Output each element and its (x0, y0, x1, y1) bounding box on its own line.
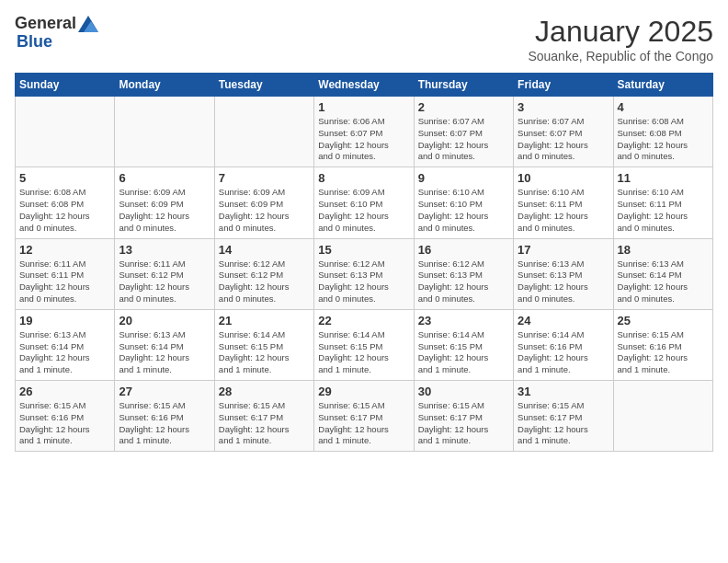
day-cell-6: 6Sunrise: 6:09 AMSunset: 6:09 PMDaylight… (115, 167, 214, 238)
day-cell-31: 31Sunrise: 6:15 AMSunset: 6:17 PMDayligh… (514, 381, 613, 452)
day-info: Sunrise: 6:09 AMSunset: 6:10 PMDaylight:… (318, 187, 409, 234)
day-info: Sunrise: 6:10 AMSunset: 6:11 PMDaylight:… (518, 187, 609, 234)
day-cell-18: 18Sunrise: 6:13 AMSunset: 6:14 PMDayligh… (613, 238, 712, 309)
day-cell-14: 14Sunrise: 6:12 AMSunset: 6:12 PMDayligh… (214, 238, 313, 309)
day-number: 23 (418, 314, 509, 327)
day-info: Sunrise: 6:09 AMSunset: 6:09 PMDaylight:… (219, 187, 310, 234)
day-info: Sunrise: 6:12 AMSunset: 6:12 PMDaylight:… (219, 259, 310, 305)
day-number: 2 (418, 100, 509, 114)
day-cell-20: 20Sunrise: 6:13 AMSunset: 6:14 PMDayligh… (115, 309, 214, 380)
weekday-header-monday: Monday (115, 74, 214, 97)
day-cell-19: 19Sunrise: 6:13 AMSunset: 6:14 PMDayligh… (16, 309, 115, 380)
day-info: Sunrise: 6:06 AMSunset: 6:07 PMDaylight:… (318, 116, 409, 163)
day-number: 7 (219, 171, 310, 185)
day-number: 28 (219, 385, 310, 398)
logo-general: General (15, 15, 76, 33)
weekday-header-row: SundayMondayTuesdayWednesdayThursdayFrid… (16, 74, 713, 97)
empty-cell (115, 97, 214, 167)
day-cell-4: 4Sunrise: 6:08 AMSunset: 6:08 PMDaylight… (613, 97, 712, 167)
week-row-2: 5Sunrise: 6:08 AMSunset: 6:08 PMDaylight… (16, 167, 713, 238)
day-info: Sunrise: 6:12 AMSunset: 6:13 PMDaylight:… (318, 259, 409, 305)
day-cell-13: 13Sunrise: 6:11 AMSunset: 6:12 PMDayligh… (115, 238, 214, 309)
day-cell-15: 15Sunrise: 6:12 AMSunset: 6:13 PMDayligh… (314, 238, 414, 309)
empty-cell (214, 97, 313, 167)
day-info: Sunrise: 6:15 AMSunset: 6:17 PMDaylight:… (318, 400, 409, 447)
day-cell-1: 1Sunrise: 6:06 AMSunset: 6:07 PMDaylight… (314, 97, 414, 167)
day-info: Sunrise: 6:07 AMSunset: 6:07 PMDaylight:… (418, 116, 509, 163)
day-number: 13 (119, 243, 210, 257)
location-title: Souanke, Republic of the Congo (528, 49, 713, 63)
day-info: Sunrise: 6:14 AMSunset: 6:15 PMDaylight:… (318, 329, 409, 376)
day-number: 11 (618, 171, 709, 185)
day-number: 17 (518, 243, 609, 257)
title-area: January 2025 Souanke, Republic of the Co… (528, 15, 713, 63)
day-number: 19 (19, 314, 110, 327)
day-info: Sunrise: 6:09 AMSunset: 6:09 PMDaylight:… (119, 187, 210, 234)
weekday-header-tuesday: Tuesday (214, 74, 313, 97)
day-number: 27 (119, 385, 210, 398)
day-cell-21: 21Sunrise: 6:14 AMSunset: 6:15 PMDayligh… (214, 309, 313, 380)
day-info: Sunrise: 6:14 AMSunset: 6:16 PMDaylight:… (518, 329, 609, 376)
day-cell-8: 8Sunrise: 6:09 AMSunset: 6:10 PMDaylight… (314, 167, 414, 238)
day-number: 15 (318, 243, 409, 257)
day-cell-16: 16Sunrise: 6:12 AMSunset: 6:13 PMDayligh… (414, 238, 513, 309)
day-number: 20 (119, 314, 210, 327)
day-number: 18 (618, 243, 709, 257)
day-info: Sunrise: 6:15 AMSunset: 6:17 PMDaylight:… (418, 400, 509, 447)
day-cell-17: 17Sunrise: 6:13 AMSunset: 6:13 PMDayligh… (514, 238, 613, 309)
day-cell-28: 28Sunrise: 6:15 AMSunset: 6:17 PMDayligh… (214, 381, 313, 452)
day-info: Sunrise: 6:11 AMSunset: 6:12 PMDaylight:… (119, 259, 210, 305)
day-cell-26: 26Sunrise: 6:15 AMSunset: 6:16 PMDayligh… (16, 381, 115, 452)
day-cell-27: 27Sunrise: 6:15 AMSunset: 6:16 PMDayligh… (115, 381, 214, 452)
calendar: SundayMondayTuesdayWednesdayThursdayFrid… (15, 73, 713, 452)
day-number: 26 (19, 385, 110, 398)
day-cell-22: 22Sunrise: 6:14 AMSunset: 6:15 PMDayligh… (314, 309, 414, 380)
day-number: 8 (318, 171, 409, 185)
day-info: Sunrise: 6:12 AMSunset: 6:13 PMDaylight:… (418, 259, 509, 305)
day-number: 29 (318, 385, 409, 398)
day-cell-29: 29Sunrise: 6:15 AMSunset: 6:17 PMDayligh… (314, 381, 414, 452)
day-info: Sunrise: 6:14 AMSunset: 6:15 PMDaylight:… (219, 329, 310, 376)
day-number: 16 (418, 243, 509, 257)
day-info: Sunrise: 6:15 AMSunset: 6:16 PMDaylight:… (19, 400, 110, 447)
day-info: Sunrise: 6:08 AMSunset: 6:08 PMDaylight:… (19, 187, 110, 234)
day-info: Sunrise: 6:08 AMSunset: 6:08 PMDaylight:… (618, 116, 709, 163)
day-info: Sunrise: 6:13 AMSunset: 6:14 PMDaylight:… (119, 329, 210, 376)
month-title: January 2025 (528, 15, 713, 49)
day-cell-25: 25Sunrise: 6:15 AMSunset: 6:16 PMDayligh… (613, 309, 712, 380)
day-info: Sunrise: 6:15 AMSunset: 6:16 PMDaylight:… (618, 329, 709, 376)
day-number: 1 (318, 100, 409, 114)
day-cell-12: 12Sunrise: 6:11 AMSunset: 6:11 PMDayligh… (16, 238, 115, 309)
day-number: 25 (618, 314, 709, 327)
week-row-3: 12Sunrise: 6:11 AMSunset: 6:11 PMDayligh… (16, 238, 713, 309)
day-number: 6 (119, 171, 210, 185)
weekday-header-saturday: Saturday (613, 74, 712, 97)
day-number: 24 (518, 314, 609, 327)
day-cell-10: 10Sunrise: 6:10 AMSunset: 6:11 PMDayligh… (514, 167, 613, 238)
day-cell-11: 11Sunrise: 6:10 AMSunset: 6:11 PMDayligh… (613, 167, 712, 238)
day-info: Sunrise: 6:15 AMSunset: 6:16 PMDaylight:… (119, 400, 210, 447)
day-info: Sunrise: 6:15 AMSunset: 6:17 PMDaylight:… (518, 400, 609, 447)
page-header: General Blue January 2025 Souanke, Repub… (15, 15, 713, 63)
week-row-5: 26Sunrise: 6:15 AMSunset: 6:16 PMDayligh… (16, 381, 713, 452)
weekday-header-wednesday: Wednesday (314, 74, 414, 97)
day-info: Sunrise: 6:14 AMSunset: 6:15 PMDaylight:… (418, 329, 509, 376)
day-cell-5: 5Sunrise: 6:08 AMSunset: 6:08 PMDaylight… (16, 167, 115, 238)
day-cell-24: 24Sunrise: 6:14 AMSunset: 6:16 PMDayligh… (514, 309, 613, 380)
logo: General Blue (15, 15, 98, 52)
day-number: 14 (219, 243, 310, 257)
day-number: 22 (318, 314, 409, 327)
day-cell-30: 30Sunrise: 6:15 AMSunset: 6:17 PMDayligh… (414, 381, 513, 452)
day-cell-9: 9Sunrise: 6:10 AMSunset: 6:10 PMDaylight… (414, 167, 513, 238)
day-number: 30 (418, 385, 509, 398)
logo-icon (78, 16, 98, 32)
empty-cell (613, 381, 712, 452)
day-info: Sunrise: 6:13 AMSunset: 6:14 PMDaylight:… (618, 259, 709, 305)
day-cell-2: 2Sunrise: 6:07 AMSunset: 6:07 PMDaylight… (414, 97, 513, 167)
logo-blue: Blue (17, 33, 52, 52)
day-number: 10 (518, 171, 609, 185)
day-number: 4 (618, 100, 709, 114)
weekday-header-friday: Friday (514, 74, 613, 97)
day-info: Sunrise: 6:15 AMSunset: 6:17 PMDaylight:… (219, 400, 310, 447)
day-number: 5 (19, 171, 110, 185)
